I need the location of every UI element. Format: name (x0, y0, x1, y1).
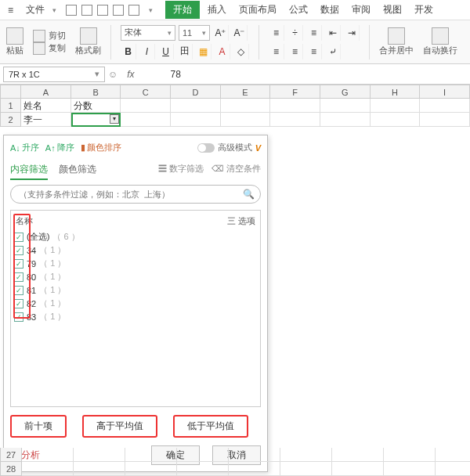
name-box[interactable]: 7R x 1C ▾ (3, 67, 105, 82)
select-all-corner[interactable] (0, 85, 21, 99)
fx-icon[interactable]: fx (127, 69, 134, 80)
align-top-icon[interactable]: ≡ (269, 25, 284, 41)
cell[interactable] (221, 99, 271, 113)
insert-function-icon[interactable]: ☺ (108, 69, 118, 80)
cell[interactable] (125, 462, 177, 476)
align-right-icon[interactable]: ≡ (306, 44, 322, 60)
row-header[interactable]: 1 (0, 99, 21, 113)
number-filter-link[interactable]: ☰ 数字筛选 (158, 163, 204, 180)
tab-formula[interactable]: 公式 (284, 2, 313, 18)
filter-item[interactable]: ✓81 （ 1 ） (14, 283, 257, 297)
cell[interactable] (74, 448, 125, 462)
cell[interactable] (74, 462, 125, 476)
tab-insert[interactable]: 插入 (203, 2, 231, 18)
sort-desc-button[interactable]: A↑降序 (45, 142, 74, 153)
increase-font-icon[interactable]: A⁺ (213, 25, 229, 41)
merge-center-icon[interactable] (388, 27, 405, 45)
font-size-combo[interactable]: 11▾ (179, 25, 210, 41)
cell[interactable] (280, 462, 332, 476)
col-header[interactable]: H (371, 85, 421, 99)
hamburger-icon[interactable]: ≡ (3, 3, 18, 17)
col-header[interactable]: C (121, 85, 171, 99)
top10-button[interactable]: 前十项 (10, 415, 67, 438)
cell[interactable] (371, 113, 421, 127)
decrease-font-icon[interactable]: A⁻ (232, 25, 248, 41)
col-header[interactable]: B (71, 85, 121, 99)
auto-wrap-icon[interactable] (432, 27, 449, 45)
tab-content-filter[interactable]: 内容筛选 (10, 163, 48, 180)
bold-button[interactable]: B (121, 44, 136, 60)
cell[interactable] (121, 99, 171, 113)
qat-print-icon[interactable] (81, 5, 92, 16)
col-header[interactable]: F (270, 85, 320, 99)
cell[interactable]: 姓名 (21, 99, 71, 113)
clear-format-button[interactable]: ◇ (233, 44, 249, 60)
cut-icon[interactable] (33, 30, 45, 42)
cell[interactable] (177, 448, 229, 462)
row-header[interactable]: 27 (0, 448, 22, 462)
filter-item[interactable]: ✓(全选) （ 6 ） (14, 230, 257, 243)
align-bottom-icon[interactable]: ≡ (306, 25, 322, 41)
sort-color-button[interactable]: ▮颜色排序 (81, 142, 121, 153)
underline-button[interactable]: U (158, 44, 174, 60)
tab-page-layout[interactable]: 页面布局 (234, 2, 281, 18)
qat-redo-icon[interactable] (128, 5, 139, 16)
wrap-text-icon[interactable]: ⤶ (325, 44, 341, 60)
cell[interactable] (22, 448, 74, 462)
cell[interactable] (332, 448, 384, 462)
cell-selected[interactable]: ▾ (71, 113, 121, 127)
qat-save-icon[interactable] (66, 5, 77, 16)
fill-color-button[interactable]: ▦ (196, 44, 212, 60)
below-avg-button[interactable]: 低于平均值 (173, 415, 248, 438)
filter-item[interactable]: ✓80 （ 1 ） (14, 270, 257, 283)
row-header[interactable]: 2 (0, 113, 21, 127)
font-color-button[interactable]: A (215, 44, 230, 60)
qat-preview-icon[interactable] (97, 5, 108, 16)
sort-asc-button[interactable]: A↓升序 (10, 142, 39, 153)
align-center-icon[interactable]: ≡ (287, 44, 303, 60)
cell[interactable] (121, 113, 171, 127)
cell[interactable] (384, 448, 436, 462)
tab-dev[interactable]: 开发 (410, 2, 438, 18)
cell[interactable] (229, 462, 280, 476)
toggle-icon[interactable] (197, 143, 215, 153)
filter-item[interactable]: ✓82 （ 1 ） (14, 297, 257, 310)
col-header[interactable]: I (420, 85, 470, 99)
cell[interactable] (436, 462, 470, 476)
indent-left-icon[interactable]: ⇤ (325, 25, 341, 41)
align-left-icon[interactable]: ≡ (269, 44, 284, 60)
cell[interactable] (171, 99, 221, 113)
advanced-mode[interactable]: 高级模式 V (197, 142, 261, 153)
indent-right-icon[interactable]: ⇥ (344, 25, 360, 41)
cell[interactable] (371, 99, 421, 113)
tab-data[interactable]: 数据 (316, 2, 344, 18)
file-menu[interactable]: 文件 (21, 2, 49, 18)
cell[interactable] (420, 99, 470, 113)
col-header[interactable]: G (320, 85, 371, 99)
cell[interactable] (436, 448, 470, 462)
filter-dropdown-icon[interactable]: ▾ (110, 114, 119, 124)
font-name-combo[interactable]: 宋体▾ (121, 25, 175, 41)
paste-icon[interactable] (6, 27, 24, 45)
clear-conditions-link[interactable]: ⌫ 清空条件 (212, 163, 261, 180)
col-header[interactable]: D (171, 85, 221, 99)
qat-overflow-icon[interactable]: ▾ (149, 6, 153, 14)
tab-review[interactable]: 审阅 (347, 2, 375, 18)
filter-item[interactable]: ✓83 （ 1 ） (14, 310, 257, 323)
cell[interactable] (125, 448, 177, 462)
formula-input[interactable]: 78 (166, 69, 470, 80)
cell[interactable] (171, 113, 221, 127)
tab-start[interactable]: 开始 (165, 1, 200, 19)
cell[interactable] (177, 462, 229, 476)
cell[interactable] (229, 448, 280, 462)
format-painter-icon[interactable] (80, 27, 97, 45)
cell[interactable] (280, 448, 332, 462)
italic-button[interactable]: I (139, 44, 155, 60)
list-options[interactable]: 三 选项 (227, 215, 255, 227)
cell[interactable] (22, 462, 74, 476)
border-button[interactable]: 田 (177, 44, 193, 60)
file-dropdown-icon[interactable]: ▾ (52, 6, 56, 14)
cell[interactable] (270, 113, 320, 127)
cell[interactable] (420, 113, 470, 127)
name-box-dropdown-icon[interactable]: ▾ (95, 69, 99, 79)
